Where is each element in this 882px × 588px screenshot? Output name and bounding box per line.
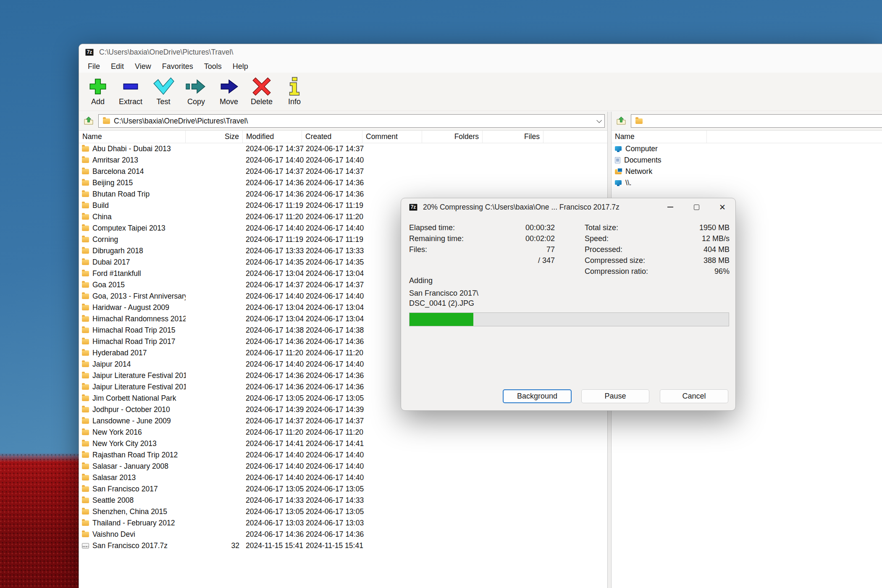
folder-icon: [82, 260, 89, 265]
folder-up-button[interactable]: [82, 115, 95, 127]
file-created: 2024-06-17 13:04: [302, 315, 362, 323]
file-name: Amritsar 2013: [92, 156, 138, 165]
column-headers-right: Name: [612, 131, 882, 143]
list-item[interactable]: Documents: [612, 155, 882, 166]
add-button[interactable]: Add: [81, 77, 114, 106]
background-button[interactable]: Background: [503, 389, 572, 403]
cancel-button[interactable]: Cancel: [660, 389, 728, 403]
table-row[interactable]: Barcelona 20142024-06-17 14:372024-06-17…: [79, 166, 607, 177]
stat-label: Files:: [409, 245, 546, 254]
address-combo-right[interactable]: [631, 114, 882, 128]
table-row[interactable]: Vaishno Devi2024-06-17 14:362024-06-17 1…: [79, 529, 607, 540]
table-row[interactable]: Salasar - January 20082024-06-17 14:4020…: [79, 461, 607, 472]
table-row[interactable]: San Francisco 2017.7z322024-11-15 15:412…: [79, 540, 607, 551]
test-check-icon: [152, 77, 175, 96]
window-titlebar[interactable]: 7z C:\Users\baxia\OneDrive\Pictures\Trav…: [79, 44, 882, 60]
table-row[interactable]: Amritsar 20132024-06-17 14:402024-06-17 …: [79, 155, 607, 166]
copy-arrow-icon: [185, 77, 207, 96]
table-row[interactable]: New York City 20132024-06-17 14:412024-0…: [79, 438, 607, 449]
file-name: Ford #1tankfull: [92, 269, 141, 278]
chevron-down-icon[interactable]: [596, 118, 602, 123]
list-item[interactable]: Computer: [612, 143, 882, 155]
table-row[interactable]: Lansdowne - June 20092024-06-17 14:37202…: [79, 415, 607, 427]
file-modified: 2024-06-17 13:05: [243, 485, 302, 494]
file-name: Bhutan Road Trip: [92, 190, 150, 199]
column-header-comment[interactable]: Comment: [362, 131, 422, 143]
test-button[interactable]: Test: [147, 77, 180, 106]
dialog-window-controls: ✕: [657, 198, 735, 216]
column-header-filler-right: [707, 131, 882, 143]
stat-value: 1950 MB: [699, 223, 730, 232]
column-header-modified[interactable]: Modified: [243, 131, 302, 143]
current-path: San Francisco 2017\: [409, 288, 478, 298]
extract-button[interactable]: Extract: [114, 77, 147, 106]
item-label: Documents: [624, 156, 662, 165]
file-created: 2024-06-17 14:40: [302, 462, 362, 471]
file-modified: 2024-06-17 14:36: [243, 178, 302, 187]
table-row[interactable]: Thailand - February 20122024-06-17 13:03…: [79, 517, 607, 529]
file-created: 2024-06-17 13:05: [302, 394, 362, 403]
seven-zip-app-icon: 7z: [85, 48, 94, 56]
info-i-icon: [283, 77, 306, 96]
file-name: Shenzhen, China 2015: [92, 507, 167, 516]
copy-button[interactable]: Copy: [180, 77, 213, 106]
menu-item-favorites[interactable]: Favorites: [157, 61, 199, 72]
file-modified: 2024-06-17 14:40: [243, 156, 302, 165]
stat-row: Processed:404 MB: [585, 244, 730, 255]
menu-item-help[interactable]: Help: [227, 61, 254, 72]
toolbar-label: Move: [220, 97, 238, 106]
column-header-folders[interactable]: Folders: [422, 131, 483, 143]
file-name: Salasar 2013: [92, 473, 136, 482]
menu-item-view[interactable]: View: [129, 61, 157, 72]
column-header-files[interactable]: Files: [483, 131, 543, 143]
file-created: 2024-06-17 14:36: [302, 178, 362, 187]
file-created: 2024-06-17 14:40: [302, 473, 362, 482]
menu-item-edit[interactable]: Edit: [105, 61, 129, 72]
minimize-button[interactable]: [657, 198, 683, 216]
table-row[interactable]: New York 20162024-06-17 11:202024-06-17 …: [79, 427, 607, 438]
column-header-name-right[interactable]: Name: [612, 131, 707, 143]
close-button[interactable]: ✕: [709, 198, 735, 216]
stat-value: 12 MB/s: [702, 234, 730, 243]
file-created: 2024-06-17 13:05: [302, 507, 362, 516]
info-button[interactable]: Info: [278, 77, 311, 106]
file-name: Himachal Road Trip 2015: [92, 326, 175, 335]
table-row[interactable]: Seattle 20082024-06-17 14:332024-06-17 1…: [79, 495, 607, 506]
file-name: Salasar - January 2008: [92, 462, 168, 471]
pause-button[interactable]: Pause: [581, 389, 649, 403]
menu-item-file[interactable]: File: [82, 61, 105, 72]
stat-label: Remaining time:: [409, 234, 525, 243]
column-header-name[interactable]: Name: [79, 131, 186, 143]
file-created: 2024-06-17 14:36: [302, 371, 362, 380]
table-row[interactable]: Abu Dhabi - Dubai 20132024-06-17 14:3720…: [79, 143, 607, 155]
folder-icon: [82, 339, 89, 344]
folder-icon: [635, 118, 643, 124]
file-created: 2024-06-17 14:40: [302, 224, 362, 233]
list-item[interactable]: \\.: [612, 177, 882, 189]
menu-item-tools[interactable]: Tools: [199, 61, 227, 72]
file-name: Barcelona 2014: [92, 167, 144, 176]
folder-icon: [82, 407, 89, 412]
delete-button[interactable]: Delete: [245, 77, 278, 106]
column-header-created[interactable]: Created: [302, 131, 362, 143]
table-row[interactable]: Salasar 20132024-06-17 14:402024-06-17 1…: [79, 472, 607, 483]
file-name: New York 2016: [92, 428, 142, 437]
table-row[interactable]: Shenzhen, China 20152024-06-17 13:052024…: [79, 506, 607, 517]
move-button[interactable]: Move: [213, 77, 245, 106]
column-header-size[interactable]: Size: [186, 131, 243, 143]
table-row[interactable]: Beijing 20152024-06-17 14:362024-06-17 1…: [79, 177, 607, 189]
folder-up-icon: [616, 117, 626, 125]
folder-up-button-right[interactable]: [615, 115, 627, 127]
stat-value: 388 MB: [704, 256, 730, 265]
file-name: Jim Corbett National Park: [92, 394, 176, 403]
file-created: 2024-06-17 13:03: [302, 519, 362, 528]
table-row[interactable]: Rajasthan Road Trip 20122024-06-17 14:40…: [79, 449, 607, 461]
list-item[interactable]: Network: [612, 166, 882, 177]
close-icon: ✕: [719, 203, 726, 211]
address-combo[interactable]: C:\Users\baxia\OneDrive\Pictures\Travel\: [98, 114, 605, 128]
table-row[interactable]: San Francisco 20172024-06-17 13:052024-0…: [79, 483, 607, 495]
folder-icon: [82, 509, 89, 514]
file-name: Dubai 2017: [92, 258, 130, 267]
folder-icon: [82, 271, 89, 276]
maximize-button[interactable]: [683, 198, 709, 216]
